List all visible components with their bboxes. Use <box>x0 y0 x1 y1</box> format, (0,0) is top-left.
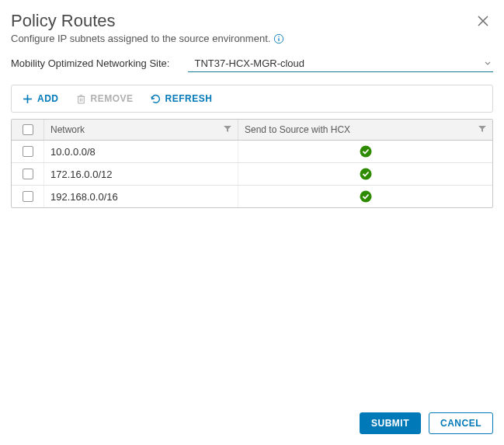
routes-table: Network Send to Source with HCX 10.0.0.0… <box>11 119 493 208</box>
trash-icon <box>76 94 86 104</box>
select-all-checkbox[interactable] <box>23 124 33 135</box>
network-value: 192.168.0.0/16 <box>50 191 118 203</box>
table-row[interactable]: 172.16.0.0/12 <box>12 163 492 186</box>
svg-marker-12 <box>224 126 231 132</box>
toolbar: ADD REMOVE REFRESH <box>11 85 493 113</box>
column-header-network: Network <box>50 124 85 135</box>
refresh-label: REFRESH <box>165 93 213 104</box>
remove-label: REMOVE <box>91 93 134 104</box>
row-checkbox[interactable] <box>23 169 33 179</box>
refresh-icon <box>151 94 161 104</box>
plus-icon <box>23 94 33 104</box>
table-row[interactable]: 192.168.0.0/16 <box>12 186 492 207</box>
svg-marker-13 <box>478 126 486 132</box>
site-select[interactable]: TNT37-HCX-MGR-cloud <box>188 55 493 72</box>
filter-icon[interactable] <box>224 124 231 135</box>
network-value: 10.0.0.0/8 <box>50 146 96 158</box>
svg-rect-7 <box>78 96 84 103</box>
close-button[interactable] <box>473 11 493 33</box>
filter-icon[interactable] <box>478 124 486 135</box>
page-subtitle: Configure IP subnets assigned to the sou… <box>11 33 284 44</box>
table-row[interactable]: 10.0.0.0/8 <box>12 141 492 163</box>
table-header: Network Send to Source with HCX <box>12 120 492 141</box>
page-title: Policy Routes <box>11 11 284 31</box>
remove-button: REMOVE <box>76 93 134 104</box>
add-button[interactable]: ADD <box>23 93 59 104</box>
add-label: ADD <box>37 93 59 104</box>
row-checkbox[interactable] <box>23 146 33 157</box>
info-icon[interactable] <box>273 33 284 44</box>
checkmark-circle-icon <box>360 190 372 203</box>
svg-point-15 <box>360 169 371 180</box>
svg-point-14 <box>360 146 371 158</box>
chevron-down-icon <box>484 57 492 69</box>
svg-point-16 <box>360 191 371 203</box>
subtitle-text: Configure IP subnets assigned to the sou… <box>11 33 270 44</box>
network-value: 172.16.0.0/12 <box>50 169 113 180</box>
svg-point-2 <box>279 36 280 37</box>
refresh-button[interactable]: REFRESH <box>151 93 213 104</box>
site-select-value: TNT37-HCX-MGR-cloud <box>194 57 304 69</box>
checkmark-circle-icon <box>360 168 372 180</box>
site-label: Mobility Optimized Networking Site: <box>11 57 169 69</box>
column-header-send-source: Send to Source with HCX <box>245 124 350 135</box>
submit-button[interactable]: SUBMIT <box>360 412 421 434</box>
checkmark-circle-icon <box>360 145 372 158</box>
cancel-button[interactable]: CANCEL <box>429 412 493 434</box>
dialog-footer: SUBMIT CANCEL <box>360 412 493 434</box>
row-checkbox[interactable] <box>23 191 33 202</box>
